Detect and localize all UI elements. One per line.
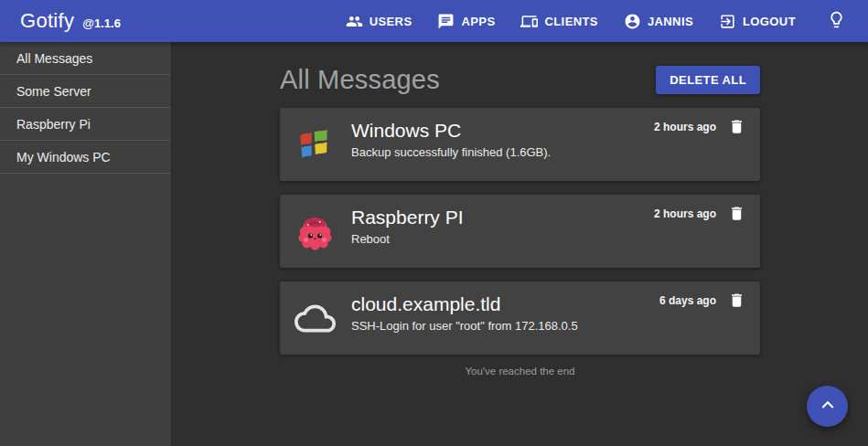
devices-icon xyxy=(520,13,538,30)
lightbulb-icon xyxy=(827,10,846,32)
brand-name: Gotify xyxy=(20,9,74,33)
theme-toggle-button[interactable] xyxy=(827,10,846,32)
chevron-up-icon xyxy=(816,393,840,419)
chat-icon xyxy=(437,13,455,30)
sidebar-item-all-messages[interactable]: All Messages xyxy=(0,42,171,75)
message-text: SSH-Login for user "root" from 172.168.0… xyxy=(351,319,659,333)
message-text: Reboot xyxy=(351,232,654,246)
cloud-icon xyxy=(295,298,336,339)
nav-label: APPS xyxy=(461,15,495,28)
trash-icon xyxy=(728,298,745,312)
scroll-to-top-button[interactable] xyxy=(807,386,848,427)
main-content: All Messages DELETE ALL W xyxy=(172,42,868,446)
app-header: Gotify @1.1.6 USERS APPS CLIENTS JANNIS xyxy=(0,0,868,42)
message-card: Raspberry PI Reboot 2 hours ago xyxy=(280,195,760,268)
sidebar-item-label: Raspberry Pi xyxy=(16,117,91,132)
sidebar-item-my-windows-pc[interactable]: My Windows PC xyxy=(0,141,171,174)
nav-label: CLIENTS xyxy=(544,15,597,28)
nav-item-logout[interactable]: LOGOUT xyxy=(719,13,796,30)
sidebar: All Messages Some Server Raspberry Pi My… xyxy=(0,42,172,446)
gotify-app: Gotify @1.1.6 USERS APPS CLIENTS JANNIS xyxy=(0,0,868,446)
sidebar-item-label: Some Server xyxy=(16,84,91,99)
message-timestamp: 2 hours ago xyxy=(654,207,716,220)
users-icon xyxy=(346,13,363,30)
sidebar-item-some-server[interactable]: Some Server xyxy=(0,75,171,108)
trash-icon xyxy=(728,211,745,225)
message-timestamp: 6 days ago xyxy=(659,294,716,307)
logout-icon xyxy=(719,13,736,30)
delete-message-button[interactable] xyxy=(728,118,745,138)
message-title: cloud.example.tld xyxy=(351,292,659,316)
end-of-list-text: You've reached the end xyxy=(280,366,760,377)
message-text: Backup successfully finished (1.6GB). xyxy=(351,145,654,159)
message-title: Raspberry PI xyxy=(351,206,654,229)
sidebar-item-raspberry-pi[interactable]: Raspberry Pi xyxy=(0,108,171,141)
trash-icon xyxy=(728,124,745,138)
sidebar-item-label: My Windows PC xyxy=(16,150,111,165)
nav-item-user-jannis[interactable]: JANNIS xyxy=(624,13,693,30)
nav-label: JANNIS xyxy=(648,15,693,28)
page-title: All Messages xyxy=(280,65,440,95)
message-card: Windows PC Backup successfully finished … xyxy=(280,108,760,181)
delete-message-button[interactable] xyxy=(728,205,745,225)
windows-logo-icon xyxy=(295,124,336,165)
raspberry-icon xyxy=(295,211,336,252)
delete-all-button[interactable]: DELETE ALL xyxy=(656,66,760,94)
nav-item-users[interactable]: USERS xyxy=(346,13,413,30)
message-title: Windows PC xyxy=(351,119,654,143)
nav-label: LOGOUT xyxy=(743,15,796,28)
delete-message-button[interactable] xyxy=(728,292,745,312)
header-nav: USERS APPS CLIENTS JANNIS LOGOUT xyxy=(346,10,846,32)
nav-item-clients[interactable]: CLIENTS xyxy=(520,13,597,30)
account-circle-icon xyxy=(624,13,641,30)
brand: Gotify @1.1.6 xyxy=(20,9,121,33)
nav-item-apps[interactable]: APPS xyxy=(437,13,495,30)
message-timestamp: 2 hours ago xyxy=(654,121,716,133)
title-row: All Messages DELETE ALL xyxy=(280,42,760,95)
message-card: cloud.example.tld SSH-Login for user "ro… xyxy=(280,281,760,355)
brand-version: @1.1.6 xyxy=(82,16,121,30)
nav-label: USERS xyxy=(370,15,413,28)
sidebar-item-label: All Messages xyxy=(16,51,92,66)
